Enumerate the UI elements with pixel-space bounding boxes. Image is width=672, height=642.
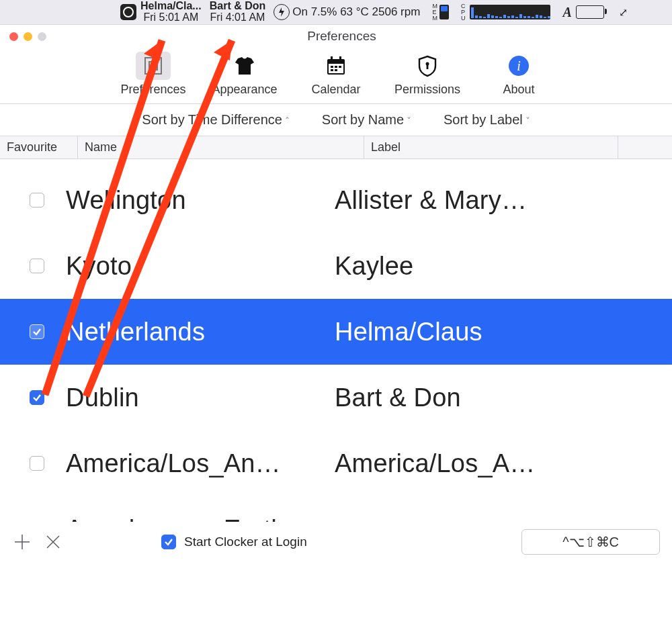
- svg-rect-6: [331, 66, 333, 68]
- favourite-checkbox[interactable]: [30, 259, 44, 273]
- preferences-tab-icon: [136, 52, 171, 80]
- timezone-table: WellingtonAllister & Mary…KyotoKayleeNet…: [0, 159, 672, 562]
- svg-rect-3: [329, 64, 343, 73]
- row-label: Allister & Mary…: [335, 186, 664, 215]
- window-titlebar: Preferences: [0, 25, 672, 48]
- preferences-window: Preferences Preferences Appearance Calen…: [0, 25, 672, 562]
- svg-rect-7: [335, 66, 337, 68]
- svg-rect-0: [145, 58, 161, 74]
- column-favourite[interactable]: Favourite: [0, 136, 78, 158]
- table-row[interactable]: WellingtonAllister & Mary…: [8, 167, 664, 233]
- tab-appearance-label: Appearance: [212, 83, 277, 97]
- info-icon: i: [501, 52, 536, 80]
- start-at-login-option[interactable]: Start Clocker at Login: [161, 535, 307, 549]
- preferences-toolbar: Preferences Appearance Calendar Permissi…: [0, 48, 672, 104]
- table-header: Favourite Name Label: [0, 136, 672, 159]
- mem-tag: M E M: [432, 3, 437, 21]
- favourite-checkbox[interactable]: [30, 456, 44, 471]
- menubar-clock-2-label: Bart & Don: [210, 1, 266, 12]
- menubar-clock-2-time: Fri 4:01 AM: [210, 12, 266, 24]
- svg-rect-9: [331, 69, 333, 71]
- menubar-system-stats[interactable]: On 7.5% 63 °C 2506 rpm: [269, 4, 424, 20]
- svg-rect-1: [149, 62, 157, 70]
- battery-icon: [576, 5, 604, 19]
- menubar-clock-2: Bart & Don Fri 4:01 AM: [210, 1, 266, 24]
- svg-rect-4: [331, 56, 333, 61]
- column-spacer: [618, 136, 672, 158]
- favourite-checkbox[interactable]: [30, 193, 44, 208]
- tab-about[interactable]: i About: [482, 52, 556, 97]
- cpu-tag: C P U: [461, 3, 466, 21]
- font-icon: A: [562, 5, 571, 20]
- add-button[interactable]: [12, 532, 32, 552]
- row-label: America/Los_A…: [335, 449, 664, 478]
- favourite-checkbox[interactable]: [30, 390, 44, 405]
- menubar-cpu-gauge[interactable]: C P U: [457, 3, 555, 21]
- tab-about-label: About: [503, 83, 534, 97]
- keyboard-shortcut-field[interactable]: ^⌥⇧⌘C: [521, 529, 660, 555]
- menubar-clock-1-time: Fri 5:01 AM: [140, 12, 202, 24]
- table-row[interactable]: DublinBart & Don: [8, 365, 664, 430]
- tab-calendar-label: Calendar: [311, 83, 360, 97]
- row-name: Wellington: [66, 186, 335, 215]
- menubar-expand-icon[interactable]: ⤢: [615, 6, 632, 19]
- clocker-app-icon: [120, 4, 136, 20]
- menubar-clock-1-label: Helma/Cla...: [140, 1, 202, 12]
- table-row[interactable]: NetherlandsHelma/Claus: [0, 299, 672, 365]
- start-at-login-checkbox[interactable]: [161, 535, 176, 549]
- svg-rect-12: [427, 64, 429, 69]
- tab-permissions[interactable]: Permissions: [390, 52, 464, 97]
- clocker-menubar-item[interactable]: Helma/Cla... Fri 5:01 AM: [116, 1, 206, 24]
- sort-by-time-difference[interactable]: Sort by Time Difference: [142, 112, 290, 128]
- row-label: Bart & Don: [335, 383, 664, 412]
- tab-calendar[interactable]: Calendar: [299, 52, 373, 97]
- tab-preferences-label: Preferences: [120, 83, 185, 97]
- svg-rect-8: [339, 66, 341, 68]
- remove-button[interactable]: [43, 532, 63, 552]
- column-label[interactable]: Label: [364, 136, 618, 158]
- row-label: Helma/Claus: [335, 318, 664, 347]
- macos-menubar: Helma/Cla... Fri 5:01 AM Bart & Don Fri …: [0, 0, 672, 25]
- row-name: America/Los_An…: [66, 449, 335, 478]
- row-label: Kaylee: [335, 252, 664, 281]
- menubar-clock-1: Helma/Cla... Fri 5:01 AM: [140, 1, 202, 24]
- favourite-checkbox[interactable]: [30, 324, 44, 339]
- calendar-icon: [319, 52, 353, 80]
- table-row[interactable]: America/Los_An…America/Los_A…: [8, 430, 664, 496]
- svg-rect-10: [335, 69, 337, 71]
- mem-bar-icon: [439, 5, 449, 19]
- row-name: Kyoto: [66, 252, 335, 281]
- tab-appearance[interactable]: Appearance: [208, 52, 282, 97]
- sort-bar: Sort by Time Difference Sort by Name Sor…: [0, 104, 672, 136]
- column-name[interactable]: Name: [78, 136, 364, 158]
- power-icon: [274, 4, 290, 20]
- row-name: Netherlands: [66, 318, 335, 347]
- sort-by-label[interactable]: Sort by Label: [444, 112, 530, 128]
- shield-icon: [410, 52, 445, 80]
- cpu-graph-icon: [470, 5, 550, 19]
- start-at-login-label: Start Clocker at Login: [184, 535, 307, 549]
- tshirt-icon: [227, 52, 262, 80]
- menubar-stats-text: On 7.5% 63 °C 2506 rpm: [292, 5, 420, 19]
- row-name: Dublin: [66, 383, 335, 412]
- table-row[interactable]: KyotoKaylee: [8, 233, 664, 299]
- window-footer: Start Clocker at Login ^⌥⇧⌘C: [0, 522, 672, 562]
- sort-by-name[interactable]: Sort by Name: [322, 112, 411, 128]
- tab-permissions-label: Permissions: [394, 83, 460, 97]
- tab-preferences[interactable]: Preferences: [116, 52, 190, 97]
- menubar-clock-2-container[interactable]: Bart & Don Fri 4:01 AM: [206, 1, 270, 24]
- svg-rect-5: [339, 56, 341, 61]
- menubar-font-item[interactable]: A: [554, 5, 607, 20]
- window-title: Preferences: [11, 29, 672, 44]
- menubar-mem-gauge[interactable]: M E M: [428, 3, 453, 21]
